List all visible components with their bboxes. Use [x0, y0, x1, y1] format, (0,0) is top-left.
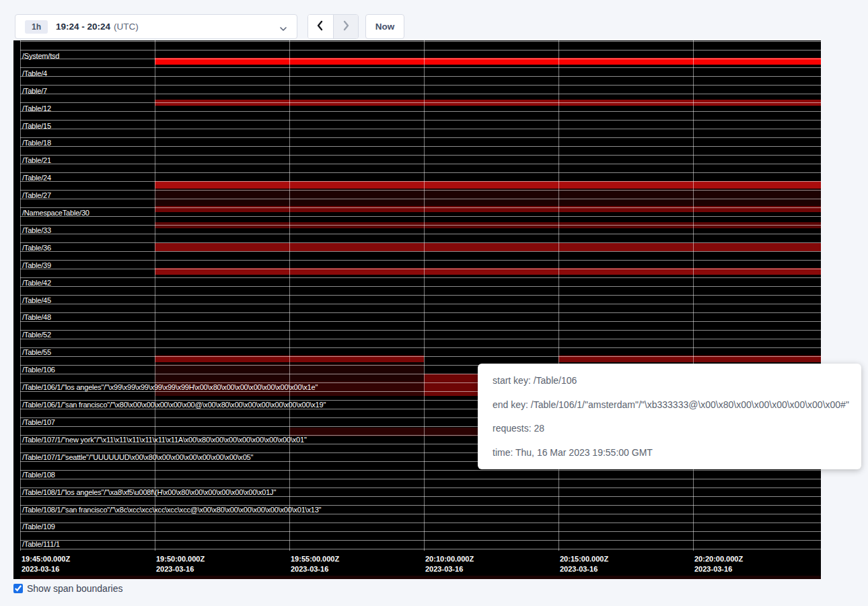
span-boundary-line: [20, 286, 821, 287]
row-label: /Table/111/1: [22, 540, 60, 548]
now-button[interactable]: Now: [365, 14, 404, 39]
toolbar: 1h 19:24 - 20:24 (UTC) Now: [0, 0, 868, 40]
row-label: /Table/21: [22, 156, 51, 164]
heat-band: [20, 576, 821, 579]
row-label: /Table/106/1/"los angeles"/"\x99\x99\x99…: [22, 383, 318, 391]
show-span-boundaries-row: Show span boundaries: [13, 583, 122, 594]
time-grid-line: [20, 40, 21, 551]
tooltip-time: time: Thu, 16 Mar 2023 19:55:00 GMT: [493, 446, 846, 459]
span-boundary-line: [20, 120, 821, 121]
row-label: /Table/4: [22, 69, 47, 77]
span-boundary-line: [20, 146, 821, 147]
span-boundary-line: [20, 549, 821, 549]
span-boundary-line: [20, 295, 821, 296]
row-label: /Table/33: [22, 226, 51, 234]
previous-interval-button[interactable]: [308, 15, 333, 38]
span-boundary-line: [20, 514, 821, 514]
row-label: /Table/106/1/"san francisco"/"\x80\x00\x…: [22, 401, 326, 409]
row-label: /Table/15: [22, 122, 51, 130]
time-range-timezone: (UTC): [114, 22, 139, 32]
chevron-left-icon: [316, 20, 325, 33]
span-boundary-line: [20, 181, 821, 182]
span-boundary-line: [20, 129, 821, 129]
span-boundary-line: [20, 41, 821, 42]
row-label: /Table/39: [22, 261, 51, 269]
span-boundary-line: [20, 172, 821, 173]
show-span-boundaries-checkbox[interactable]: [13, 584, 23, 593]
row-label: /Table/108: [22, 471, 55, 479]
span-boundary-line: [20, 67, 821, 68]
row-label: /Table/42: [22, 279, 51, 287]
row-label: /Table/107/1/"seattle"/"UUUUUUD\x00\x80\…: [22, 453, 253, 461]
chevron-down-icon: [279, 24, 287, 36]
span-boundary-line: [20, 216, 821, 217]
row-label: /Table/27: [22, 191, 51, 199]
span-boundary-line: [20, 50, 821, 50]
row-label: /System/tsd: [22, 52, 59, 60]
span-boundary-line: [20, 269, 821, 269]
tooltip-requests: requests: 28: [493, 422, 846, 435]
row-label: /Table/109: [22, 523, 55, 531]
span-boundary-line: [20, 164, 821, 164]
heat-band: [155, 243, 821, 251]
span-boundary-line: [20, 312, 821, 313]
span-boundary-line: [20, 207, 821, 208]
tooltip-start-key: start key: /Table/106: [493, 374, 846, 387]
time-grid-line: [558, 40, 559, 551]
span-boundary-line: [20, 531, 821, 532]
row-label: /Table/12: [22, 104, 51, 112]
span-boundary-line: [20, 330, 821, 331]
axis-tick-label: 20:10:00.000Z2023-03-16: [425, 554, 474, 574]
tooltip-end-key: end key: /Table/106/1/"amsterdam"/"\xb33…: [493, 398, 846, 411]
axis-tick-label: 20:15:00.000Z2023-03-16: [560, 554, 608, 574]
span-boundary-line: [20, 523, 821, 523]
key-visualizer-heatmap[interactable]: /System/tsd/Table/4/Table/7/Table/12/Tab…: [13, 40, 821, 579]
row-label: /Table/52: [22, 331, 51, 339]
show-span-boundaries-label: Show span boundaries: [27, 583, 122, 594]
span-boundary-line: [20, 496, 821, 497]
span-boundary-line: [20, 347, 821, 348]
row-label: /Table/108/1/"san francisco"/"\x8c\xcc\x…: [22, 506, 321, 514]
span-boundary-line: [20, 234, 821, 234]
time-grid-line: [289, 40, 290, 551]
row-label: /Table/36: [22, 244, 51, 252]
time-grid-line: [424, 40, 425, 551]
span-boundary-line: [20, 356, 821, 357]
span-boundary-line: [20, 199, 821, 199]
span-boundary-line: [20, 76, 821, 77]
span-boundary-line: [20, 321, 821, 322]
time-range-select[interactable]: 1h 19:24 - 20:24 (UTC): [15, 14, 297, 39]
span-boundary-line: [20, 102, 821, 103]
span-boundary-line: [20, 277, 821, 278]
time-nav-group: [308, 14, 359, 39]
row-label: /Table/7: [22, 87, 47, 95]
row-label: /Table/107/1/"new york"/"\x11\x11\x11\x1…: [22, 436, 307, 444]
axis-tick-label: 20:20:00.000Z2023-03-16: [694, 554, 743, 574]
span-boundary-line: [20, 190, 821, 191]
heat-band: [155, 189, 821, 206]
time-range-badge: 1h: [25, 20, 48, 34]
span-tooltip: start key: /Table/106 end key: /Table/10…: [478, 364, 861, 469]
span-boundary-line: [20, 85, 821, 86]
axis-tick-label: 19:45:00.000Z2023-03-16: [22, 554, 70, 574]
time-grid-line: [155, 40, 155, 551]
next-interval-button[interactable]: [333, 15, 358, 38]
time-grid-line: [693, 40, 694, 551]
row-label: /Table/45: [22, 296, 51, 304]
span-boundary-line: [20, 251, 821, 252]
row-label: /Table/48: [22, 313, 51, 321]
row-label: /Table/24: [22, 174, 51, 182]
span-boundary-line: [20, 94, 821, 94]
span-boundary-line: [20, 225, 821, 226]
span-boundary-line: [20, 59, 821, 59]
chevron-right-icon: [341, 20, 351, 33]
span-boundary-line: [20, 137, 821, 138]
time-range-label: 19:24 - 20:24: [56, 22, 110, 32]
axis-tick-label: 19:50:00.000Z2023-03-16: [156, 554, 205, 574]
span-boundary-line: [20, 540, 821, 541]
span-boundary-line: [20, 111, 821, 112]
row-label: /Table/106: [22, 366, 55, 374]
row-label: /NamespaceTable/30: [22, 209, 89, 217]
span-boundary-line: [20, 304, 821, 304]
heat-band: [155, 181, 821, 189]
